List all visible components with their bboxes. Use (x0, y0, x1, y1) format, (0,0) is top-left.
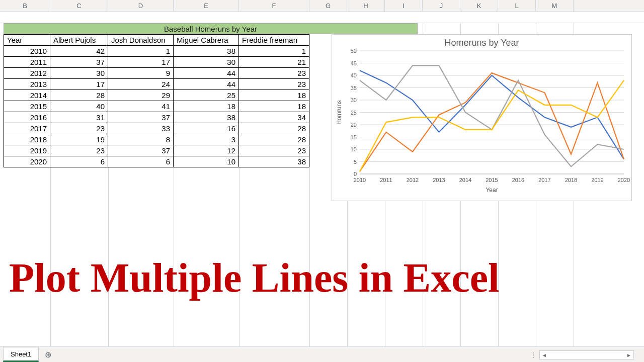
cell-value[interactable]: 34 (239, 112, 309, 123)
cell-value[interactable]: 16 (174, 123, 239, 134)
cell-value[interactable]: 12 (174, 145, 239, 156)
col-head-H[interactable]: H (347, 0, 385, 11)
table-row[interactable]: 201631373834 (4, 112, 309, 123)
col-head-D[interactable]: D (108, 0, 174, 11)
cell-value[interactable]: 40 (50, 101, 108, 112)
cell-value[interactable]: 23 (239, 68, 309, 79)
cell-value[interactable]: 23 (239, 79, 309, 90)
cell-value[interactable]: 38 (174, 112, 239, 123)
col-head-J[interactable]: J (423, 0, 460, 11)
header-freeman[interactable]: Freddie freeman (239, 35, 309, 46)
cell-value[interactable]: 37 (108, 112, 174, 123)
cell-value[interactable]: 25 (174, 90, 239, 101)
table-row[interactable]: 201317244423 (4, 79, 309, 90)
cell-value[interactable]: 6 (50, 156, 108, 167)
horizontal-scroll[interactable]: ⋮ ◄ ► (530, 350, 641, 360)
cell-year[interactable]: 2012 (4, 68, 50, 79)
cell-year[interactable]: 2016 (4, 112, 50, 123)
svg-text:35: 35 (351, 85, 357, 91)
cell-value[interactable]: 44 (174, 68, 239, 79)
cell-value[interactable]: 21 (239, 57, 309, 68)
merged-title-cell[interactable]: Baseball Homeruns by Year (4, 23, 418, 34)
col-head-B[interactable]: B (0, 0, 50, 11)
cell-value[interactable]: 33 (108, 123, 174, 134)
table-row[interactable]: 2010421381 (4, 46, 309, 57)
cell-value[interactable]: 18 (174, 101, 239, 112)
chart-title: Homeruns by Year (332, 38, 631, 48)
cell-value[interactable]: 18 (239, 101, 309, 112)
cell-value[interactable]: 29 (108, 90, 174, 101)
cell-value[interactable]: 17 (50, 79, 108, 90)
header-year[interactable]: Year (4, 35, 50, 46)
cell-value[interactable]: 42 (50, 46, 108, 57)
cell-value[interactable]: 28 (239, 123, 309, 134)
cell-year[interactable]: 2019 (4, 145, 50, 156)
table-row[interactable]: 2020661038 (4, 156, 309, 167)
data-table[interactable]: Year Albert Pujols Josh Donaldson Miguel… (4, 34, 309, 167)
table-row[interactable]: 201428292518 (4, 90, 309, 101)
table-row[interactable]: 201137173021 (4, 57, 309, 68)
cell-year[interactable]: 2018 (4, 134, 50, 145)
cell-year[interactable]: 2017 (4, 123, 50, 134)
cell-value[interactable]: 17 (108, 57, 174, 68)
cell-value[interactable]: 1 (108, 46, 174, 57)
cell-year[interactable]: 2020 (4, 156, 50, 167)
cell-value[interactable]: 9 (108, 68, 174, 79)
cell-value[interactable]: 38 (239, 156, 309, 167)
cell-value[interactable]: 19 (50, 134, 108, 145)
cell-value[interactable]: 31 (50, 112, 108, 123)
blank-row-2[interactable] (0, 12, 644, 23)
cell-year[interactable]: 2013 (4, 79, 50, 90)
svg-text:2018: 2018 (565, 177, 577, 183)
table-row[interactable]: 201923371223 (4, 145, 309, 156)
cell-value[interactable]: 28 (50, 90, 108, 101)
col-head-C[interactable]: C (50, 0, 108, 11)
svg-text:2015: 2015 (486, 177, 498, 183)
plus-icon: ⊕ (45, 350, 51, 359)
cell-value[interactable]: 28 (239, 134, 309, 145)
cell-value[interactable]: 1 (239, 46, 309, 57)
scroll-left-arrow-icon[interactable]: ◄ (540, 352, 549, 358)
col-head-E[interactable]: E (174, 0, 239, 11)
cell-year[interactable]: 2015 (4, 101, 50, 112)
col-head-G[interactable]: G (309, 0, 347, 11)
scroll-right-arrow-icon[interactable]: ► (624, 352, 633, 358)
header-cabrera[interactable]: Miguel Cabrera (174, 35, 239, 46)
cell-value[interactable]: 38 (174, 46, 239, 57)
col-head-L[interactable]: L (498, 0, 536, 11)
col-head-F[interactable]: F (239, 0, 309, 11)
cell-value[interactable]: 37 (50, 57, 108, 68)
table-row[interactable]: 2018198328 (4, 134, 309, 145)
cell-value[interactable]: 30 (174, 57, 239, 68)
col-head-K[interactable]: K (460, 0, 498, 11)
cell-value[interactable]: 10 (174, 156, 239, 167)
cell-value[interactable]: 6 (108, 156, 174, 167)
header-donaldson[interactable]: Josh Donaldson (108, 35, 174, 46)
chart-homeruns-by-year[interactable]: Homeruns by Year 05101520253035404550201… (332, 34, 632, 201)
cell-value[interactable]: 23 (239, 145, 309, 156)
cell-value[interactable]: 23 (50, 145, 108, 156)
cell-value[interactable]: 37 (108, 145, 174, 156)
cell-year[interactable]: 2011 (4, 57, 50, 68)
add-sheet-button[interactable]: ⊕ (42, 348, 54, 360)
header-pujols[interactable]: Albert Pujols (50, 35, 108, 46)
svg-text:10: 10 (351, 146, 357, 152)
cell-value[interactable]: 44 (174, 79, 239, 90)
cell-year[interactable]: 2014 (4, 90, 50, 101)
table-row[interactable]: 201540411818 (4, 101, 309, 112)
sheet-tab-sheet1[interactable]: Sheet1 (3, 347, 39, 362)
col-head-I[interactable]: I (385, 0, 423, 11)
cell-value[interactable]: 23 (50, 123, 108, 134)
cell-value[interactable]: 30 (50, 68, 108, 79)
cell-year[interactable]: 2010 (4, 46, 50, 57)
cell-value[interactable]: 3 (174, 134, 239, 145)
cell-value[interactable]: 18 (239, 90, 309, 101)
table-row[interactable]: 20123094423 (4, 68, 309, 79)
table-row[interactable]: 201723331628 (4, 123, 309, 134)
svg-text:2014: 2014 (459, 177, 471, 183)
col-head-M[interactable]: M (536, 0, 574, 11)
cell-value[interactable]: 8 (108, 134, 174, 145)
cell-value[interactable]: 24 (108, 79, 174, 90)
cell-value[interactable]: 41 (108, 101, 174, 112)
table-header-row[interactable]: Year Albert Pujols Josh Donaldson Miguel… (4, 35, 309, 46)
